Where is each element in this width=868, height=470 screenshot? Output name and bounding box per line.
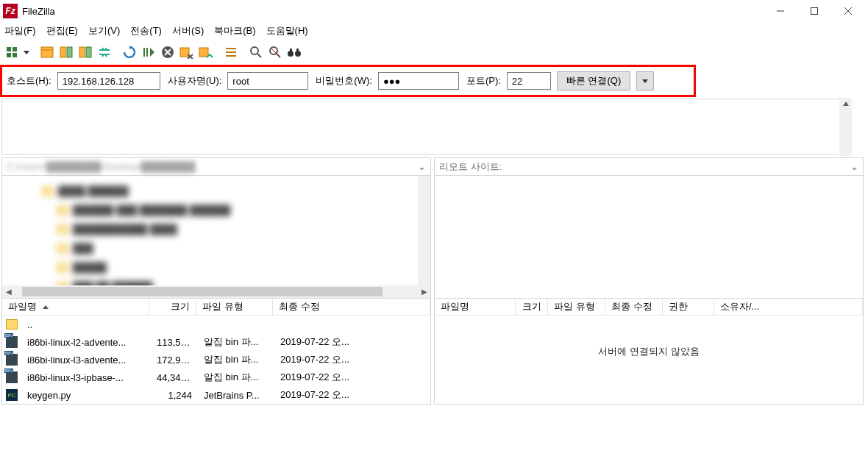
menu-edit[interactable]: 편집(E) (46, 24, 78, 38)
list-item[interactable]: i86bi-linux-l3-advente...172,982,...알집 b… (2, 351, 430, 368)
file-type: 알집 bin 파... (198, 353, 274, 366)
host-input[interactable] (57, 72, 160, 90)
message-log[interactable] (1, 99, 850, 154)
quickconnect-bar: 호스트(H): 사용자명(U): 비밀번호(W): 포트(P): 빠른 연결(Q… (0, 65, 696, 97)
log-scrollbar[interactable] (839, 100, 852, 156)
svg-marker-39 (843, 102, 849, 106)
svg-marker-38 (642, 79, 648, 83)
local-tree[interactable]: ████ ██████ ██████-███ ███████ ██████ ██… (2, 176, 430, 298)
disconnect-icon[interactable] (178, 43, 196, 61)
search-icon[interactable] (266, 43, 284, 61)
file-name: i86bi-linux-l3-advente... (21, 355, 151, 366)
menu-help[interactable]: 도움말(H) (266, 24, 308, 38)
chevron-down-icon: ⌄ (850, 161, 858, 172)
svg-rect-14 (86, 47, 91, 57)
menu-file[interactable]: 파일(F) (4, 24, 36, 38)
browse-panes: C:\Users\████████\Desktop\████████ ⌄ ███… (0, 156, 868, 406)
bin-file-icon (6, 354, 18, 366)
local-pane: C:\Users\████████\Desktop\████████ ⌄ ███… (1, 157, 431, 405)
close-button[interactable] (831, 0, 865, 22)
svg-rect-7 (13, 53, 17, 57)
maximize-button[interactable] (797, 0, 831, 22)
col-type[interactable]: 파일 유형 (196, 299, 273, 315)
svg-rect-4 (7, 47, 11, 51)
app-icon: Fz (3, 4, 18, 18)
scroll-left-icon: ◀ (2, 288, 15, 296)
user-input[interactable] (227, 72, 308, 90)
file-size: 1,244 (151, 390, 198, 401)
col-name[interactable]: 파일명 (435, 299, 516, 315)
menubar: 파일(F) 편집(E) 보기(V) 전송(T) 서버(S) 북마크(B) 도움말… (0, 22, 868, 40)
svg-rect-25 (199, 48, 208, 57)
menu-server[interactable]: 서버(S) (172, 24, 204, 38)
file-name: i86bi-linux-l3-ipbase-... (21, 372, 151, 383)
toggle-local-tree-icon[interactable] (38, 43, 56, 61)
col-size[interactable]: 크기 (516, 299, 548, 315)
file-name: i86bi-linux-l2-advente... (21, 337, 151, 348)
remote-site-combo[interactable]: 리모트 사이트: ⌄ (435, 158, 863, 176)
local-tree-hscroll[interactable]: ◀ ▶ (2, 285, 430, 298)
bin-file-icon (6, 371, 18, 383)
user-label: 사용자명(U): (168, 74, 222, 88)
process-queue-icon[interactable] (140, 43, 157, 61)
filter-toggle-icon[interactable] (222, 43, 240, 61)
file-name: keygen.py (21, 390, 151, 401)
svg-rect-37 (296, 49, 299, 52)
remote-not-connected-label: 서버에 연결되지 않았음 (435, 316, 863, 388)
svg-rect-5 (13, 47, 17, 51)
quickconnect-button[interactable]: 빠른 연결(Q) (557, 71, 630, 90)
sitemanager-dropdown-icon[interactable] (22, 43, 31, 61)
menu-view[interactable]: 보기(V) (88, 24, 120, 38)
chevron-down-icon: ⌄ (418, 161, 426, 172)
svg-rect-12 (67, 47, 72, 57)
compare-icon[interactable] (247, 43, 265, 61)
col-name-label: 파일명 (8, 300, 37, 313)
file-type: JetBrains P... (198, 390, 274, 401)
col-name[interactable]: 파일명 (2, 299, 149, 315)
remote-tree[interactable] (435, 176, 863, 298)
svg-rect-9 (41, 47, 53, 57)
sort-asc-icon (43, 305, 49, 309)
file-modified: 2019-07-22 오... (274, 388, 430, 402)
sync-browse-icon[interactable] (96, 43, 113, 61)
svg-point-29 (251, 47, 258, 54)
col-size[interactable]: 크기 (149, 299, 196, 315)
scroll-up-icon (842, 100, 850, 107)
pass-input[interactable] (378, 72, 459, 90)
col-type[interactable]: 파일 유형 (548, 299, 605, 315)
col-perm[interactable]: 권한 (663, 299, 714, 315)
col-modified[interactable]: 최종 수정 (273, 299, 430, 315)
local-site-combo[interactable]: C:\Users\████████\Desktop\████████ ⌄ (2, 158, 430, 176)
file-modified: 2019-07-22 오... (274, 353, 430, 366)
svg-line-30 (257, 54, 261, 57)
port-input[interactable] (507, 72, 551, 90)
toggle-remote-tree-icon[interactable] (57, 43, 75, 61)
menu-bookmarks[interactable]: 북마크(B) (214, 24, 255, 38)
quickconnect-history-dropdown[interactable] (636, 71, 654, 90)
list-item[interactable]: i86bi-linux-l3-ipbase-...44,342,7...알집 b… (2, 368, 430, 386)
reconnect-icon[interactable] (197, 43, 215, 61)
port-label: 포트(P): (466, 74, 501, 88)
file-type: 알집 bin 파... (198, 371, 274, 384)
binoculars-icon[interactable] (285, 43, 303, 61)
list-item[interactable]: PCkeygen.py1,244JetBrains P...2019-07-22… (2, 386, 430, 404)
cancel-icon[interactable] (159, 43, 177, 61)
svg-rect-13 (79, 47, 85, 57)
refresh-icon[interactable] (121, 43, 138, 61)
sitemanager-icon[interactable] (3, 43, 21, 61)
file-type: 알집 bin 파... (198, 335, 274, 349)
svg-marker-18 (150, 48, 154, 57)
col-owner[interactable]: 소유자/... (714, 299, 863, 315)
list-item[interactable]: .. (2, 316, 430, 333)
menu-transfer[interactable]: 전송(T) (130, 24, 162, 38)
remote-pane: 리모트 사이트: ⌄ 파일명 크기 파일 유형 최종 수정 권한 소유자/...… (434, 157, 864, 405)
file-size: 113,535,... (151, 337, 198, 348)
toggle-queue-icon[interactable] (77, 43, 94, 61)
local-file-list[interactable]: .. i86bi-linux-l2-advente...113,535,...알… (2, 316, 430, 404)
local-tree-vscroll[interactable] (418, 176, 430, 285)
titlebar: Fz FileZilla (0, 0, 868, 22)
minimize-button[interactable] (764, 0, 797, 22)
col-modified[interactable]: 최종 수정 (605, 299, 663, 315)
list-item[interactable]: i86bi-linux-l2-advente...113,535,...알집 b… (2, 333, 430, 351)
svg-rect-36 (290, 49, 292, 52)
